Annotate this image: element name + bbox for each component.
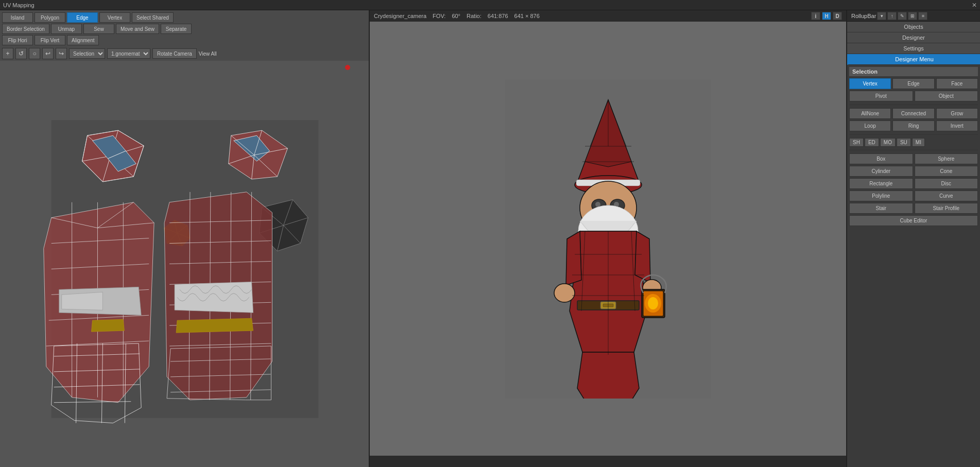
selection-type-row: Vertex Edge Face (849, 78, 978, 89)
tab-designer[interactable]: Designer (847, 32, 980, 43)
undo-tool-icon[interactable]: ↺ (15, 48, 27, 59)
cylinder-button[interactable]: Cylinder (849, 166, 913, 177)
gnome-svg (505, 79, 711, 399)
box-sphere-row: Box Sphere (849, 153, 978, 164)
d-icon[interactable]: D (833, 12, 842, 20)
rotate-camera-button[interactable]: Rotate Camera (152, 48, 197, 59)
sub-tab-ed[interactable]: ED (865, 138, 879, 147)
svg-point-106 (648, 297, 658, 309)
rollup-icon-5[interactable]: ≡ (918, 12, 927, 20)
stair-button[interactable]: Stair (849, 203, 913, 214)
flip-vert-button[interactable]: Flip Vert (35, 35, 65, 45)
cone-button[interactable]: Cone (915, 166, 978, 177)
main-layout: Island Polygon Edge Vertex Select Shared… (0, 10, 980, 467)
svg-marker-52 (62, 292, 103, 310)
redo-tool-icon[interactable]: ↪ (56, 48, 67, 59)
sew-button[interactable]: Sew (83, 24, 114, 34)
rectangle-disc-row: Rectangle Disc (849, 178, 978, 189)
resolution-value: 641 × 876 (514, 13, 540, 19)
border-selection-button[interactable]: Border Selection (2, 24, 49, 34)
loop-ring-invert-row: Loop Ring Invert (849, 120, 978, 131)
polygon-button[interactable]: Polygon (35, 12, 65, 23)
viewport-canvas (370, 22, 846, 456)
island-button[interactable]: Island (2, 12, 33, 23)
flip-hori-button[interactable]: Flip Hori (2, 35, 33, 45)
object-button[interactable]: Object (915, 91, 978, 101)
toolbar-row-3: Flip Hori Flip Vert Alignment (2, 35, 367, 45)
viewport-header: Crydesigner_camera FOV: 60° Ratio: 641:8… (370, 10, 846, 22)
ring-button[interactable]: Ring (892, 120, 934, 131)
rollup-icon-3[interactable]: ✎ (898, 12, 907, 20)
polyline-button[interactable]: Polyline (849, 191, 913, 201)
polyline-curve-row: Polyline Curve (849, 191, 978, 201)
stair-stairprofile-row: Stair Stair Profile (849, 203, 978, 214)
app-title: UV Mapping (3, 2, 35, 8)
sub-tab-mo[interactable]: MO (880, 138, 896, 147)
tools-row: + ↺ ○ ↩ ↪ Selection 1.gnomemat Rotate Ca… (0, 46, 369, 61)
sub-tab-sh[interactable]: SH (849, 138, 864, 147)
disc-button[interactable]: Disc (915, 178, 978, 189)
view-all-label[interactable]: View All (199, 51, 217, 57)
rollup-icon-1[interactable]: ▾ (877, 12, 886, 20)
loop-button[interactable]: Loop (849, 120, 891, 131)
all-none-button[interactable]: AllNone (849, 108, 891, 119)
vertex-button[interactable]: Vertex (99, 12, 130, 23)
tab-objects[interactable]: Objects (847, 22, 980, 32)
pivot-object-row: Pivot Object (849, 91, 978, 101)
undo2-tool-icon[interactable]: ↩ (42, 48, 54, 59)
uv-panel: Island Polygon Edge Vertex Select Shared… (0, 10, 370, 467)
selection-dropdown[interactable]: Selection (69, 48, 105, 59)
rollup-icon-2[interactable]: ↑ (887, 12, 897, 20)
invert-button[interactable]: Invert (936, 120, 978, 131)
fov-label: FOV: (433, 13, 445, 19)
pivot-button[interactable]: Pivot (849, 91, 913, 101)
material-dropdown[interactable]: 1.gnomemat (107, 48, 150, 59)
sub-tabs-row: SH ED MO SU MI (849, 138, 978, 147)
h-icon[interactable]: H (822, 12, 831, 20)
edge-sel-button[interactable]: Edge (892, 78, 934, 89)
circle-tool-icon[interactable]: ○ (29, 48, 40, 59)
sphere-button[interactable]: Sphere (915, 153, 978, 164)
title-bar: UV Mapping ✕ (0, 0, 980, 10)
tab-settings[interactable]: Settings (847, 43, 980, 54)
separate-button[interactable]: Separate (161, 24, 192, 34)
svg-marker-74 (175, 282, 253, 313)
curve-button[interactable]: Curve (915, 191, 978, 201)
rollup-icons: ▾ ↑ ✎ ⊞ ≡ (877, 12, 927, 20)
uv-toolbar: Island Polygon Edge Vertex Select Shared… (0, 10, 369, 46)
viewport-icons: i H D (811, 12, 842, 20)
sub-tab-mi[interactable]: MI (912, 138, 925, 147)
cube-editor-button[interactable]: Cube Editor (849, 215, 978, 226)
allnone-connected-grow-row: AllNone Connected Grow (849, 108, 978, 119)
selection-section-header: Selection (849, 67, 978, 76)
info-icon[interactable]: i (811, 12, 820, 20)
edge-button[interactable]: Edge (67, 12, 98, 23)
svg-marker-99 (566, 231, 581, 285)
rollup-content: Selection Vertex Edge Face Pivot Object … (847, 65, 980, 467)
ratio-label: Ratio: (467, 13, 482, 19)
sub-tab-su[interactable]: SU (897, 138, 911, 147)
fov-value: 60° (452, 13, 460, 19)
rectangle-button[interactable]: Rectangle (849, 178, 913, 189)
divider-2 (849, 134, 978, 135)
rollup-icon-4[interactable]: ⊞ (908, 12, 917, 20)
center-dot (345, 65, 350, 70)
box-button[interactable]: Box (849, 153, 913, 164)
alignment-button[interactable]: Alignment (67, 35, 99, 45)
connected-button[interactable]: Connected (892, 108, 934, 119)
add-tool-icon[interactable]: + (2, 48, 13, 59)
svg-marker-53 (92, 319, 125, 332)
vertex-sel-button[interactable]: Vertex (849, 78, 891, 89)
stair-profile-button[interactable]: Stair Profile (915, 203, 978, 214)
select-shared-button[interactable]: Select Shared (132, 12, 174, 23)
gnome-3d-model (505, 79, 711, 399)
unmap-button[interactable]: Unmap (51, 24, 82, 34)
tab-designer-menu[interactable]: Designer Menu (847, 54, 980, 65)
face-sel-button[interactable]: Face (936, 78, 978, 89)
viewport-bottom-bar (370, 456, 846, 467)
divider-1 (849, 105, 978, 105)
grow-button[interactable]: Grow (936, 108, 978, 119)
move-and-sew-button[interactable]: Move and Sew (116, 24, 159, 34)
viewport-panel: Crydesigner_camera FOV: 60° Ratio: 641:8… (370, 10, 847, 467)
close-button[interactable]: ✕ (972, 2, 977, 9)
